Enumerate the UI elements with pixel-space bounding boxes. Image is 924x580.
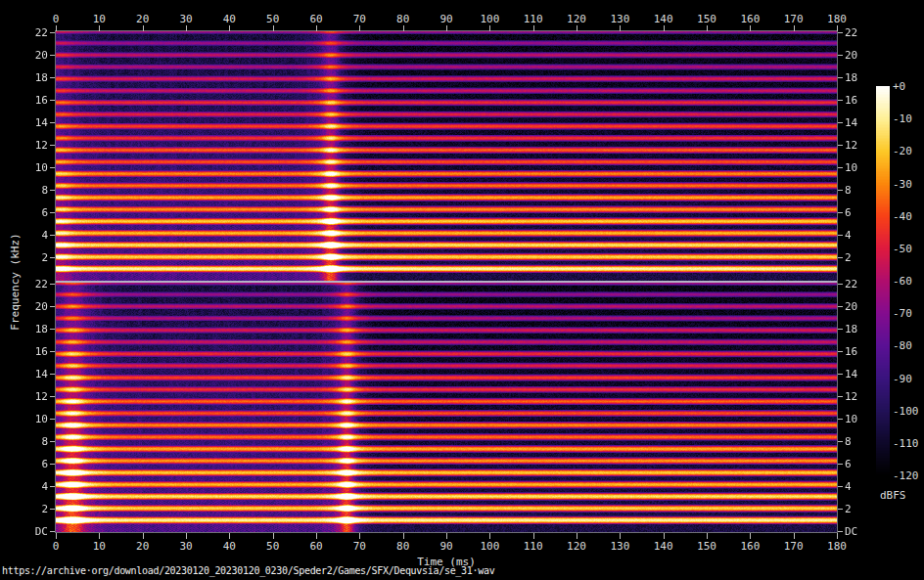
time-tick-mark <box>403 25 404 31</box>
colorbar-tick-label: -60 <box>893 276 912 287</box>
freq-tick-mark <box>50 419 55 420</box>
freq-tick-mark <box>50 464 55 465</box>
time-tick-mark <box>664 25 665 31</box>
time-tick-mark <box>56 533 57 539</box>
time-tick-label: 70 <box>353 14 366 24</box>
colorbar-tick-label: -110 <box>893 437 919 448</box>
freq-dc-label: DC <box>845 526 857 537</box>
time-tick-label: 170 <box>784 14 804 24</box>
freq-tick-label: 4 <box>41 229 48 240</box>
freq-tick-mark <box>50 55 55 56</box>
freq-tick-label: 12 <box>845 139 857 150</box>
time-tick-mark <box>403 533 404 539</box>
freq-tick-label: 12 <box>35 139 48 150</box>
freq-tick-label: 4 <box>845 480 852 491</box>
freq-tick-mark <box>838 486 843 487</box>
freq-tick-mark <box>50 441 55 442</box>
y-axis-label: Frequency (kHz) <box>9 233 22 330</box>
time-tick-mark <box>229 533 230 539</box>
time-tick-mark <box>316 25 317 31</box>
freq-tick-mark <box>50 351 55 352</box>
freq-tick-mark <box>838 351 843 352</box>
colorbar <box>876 86 890 475</box>
time-tick-mark <box>533 25 534 31</box>
time-tick-mark <box>577 533 578 539</box>
freq-tick-label: 22 <box>845 26 857 37</box>
freq-tick-label: 18 <box>845 323 857 334</box>
time-tick-label: 40 <box>223 14 236 24</box>
time-tick-label: 130 <box>610 14 629 24</box>
freq-tick-label: 22 <box>35 278 48 289</box>
time-tick-label: 170 <box>784 541 804 552</box>
freq-tick-mark <box>838 55 843 56</box>
time-tick-mark <box>186 533 187 539</box>
time-tick-label: 20 <box>136 541 149 552</box>
freq-tick-label: 10 <box>35 413 48 424</box>
time-tick-mark <box>750 25 751 31</box>
freq-tick-mark <box>50 32 55 33</box>
time-tick-label: 10 <box>93 14 106 24</box>
freq-tick-label: 20 <box>35 300 48 311</box>
freq-tick-mark <box>838 329 843 330</box>
freq-tick-label: 20 <box>845 49 857 60</box>
colorbar-tick-label: -10 <box>893 113 912 124</box>
time-tick-mark <box>186 25 187 31</box>
time-tick-label: 20 <box>136 14 149 24</box>
time-tick-mark <box>446 25 447 31</box>
channel-2-spectrogram-canvas <box>56 283 837 532</box>
time-tick-mark <box>99 533 100 539</box>
freq-tick-mark <box>50 257 55 258</box>
freq-tick-mark <box>838 374 843 375</box>
freq-tick-label: 22 <box>845 278 857 289</box>
time-tick-label: 50 <box>266 14 279 24</box>
freq-tick-label: 10 <box>845 161 857 172</box>
time-tick-mark <box>837 25 838 31</box>
freq-tick-label: 12 <box>35 390 48 401</box>
freq-tick-label: 22 <box>35 26 48 37</box>
freq-tick-label: 8 <box>41 435 48 446</box>
time-tick-mark <box>316 533 317 539</box>
time-tick-label: 100 <box>480 541 499 552</box>
freq-tick-label: 4 <box>41 480 48 491</box>
freq-tick-mark <box>838 419 843 420</box>
freq-tick-label: 12 <box>845 390 857 401</box>
time-tick-label: 110 <box>524 541 543 552</box>
time-tick-label: 30 <box>179 14 192 24</box>
freq-tick-label: 10 <box>35 161 48 172</box>
time-tick-label: 160 <box>740 14 760 24</box>
freq-tick-label: 14 <box>35 368 48 379</box>
freq-tick-mark <box>838 531 843 532</box>
time-tick-label: 140 <box>654 541 673 552</box>
freq-tick-mark <box>50 306 55 307</box>
freq-tick-label: 8 <box>41 184 48 195</box>
time-tick-mark <box>359 533 360 539</box>
freq-tick-label: 16 <box>35 345 48 356</box>
freq-tick-mark <box>50 212 55 213</box>
time-tick-mark <box>446 533 447 539</box>
freq-tick-mark <box>50 486 55 487</box>
time-tick-mark <box>664 533 665 539</box>
colorbar-tick-label: -100 <box>893 405 919 416</box>
freq-tick-mark <box>838 257 843 258</box>
freq-tick-mark <box>50 100 55 101</box>
time-tick-label: 70 <box>353 541 366 552</box>
time-tick-mark <box>750 533 751 539</box>
freq-tick-label: 6 <box>41 458 48 468</box>
freq-tick-label: 6 <box>41 206 48 217</box>
colorbar-tick-label: -20 <box>893 146 912 156</box>
time-tick-label: 130 <box>610 541 629 552</box>
time-tick-label: 180 <box>827 541 847 552</box>
time-tick-mark <box>620 25 621 31</box>
source-url-text: https://archive·org/download/20230120_20… <box>2 565 494 576</box>
freq-tick-label: 16 <box>35 94 48 105</box>
freq-tick-mark <box>50 284 55 285</box>
freq-tick-label: 20 <box>35 49 48 60</box>
freq-tick-label: 18 <box>35 323 48 334</box>
time-tick-mark <box>143 533 144 539</box>
spectrogram-figure: 0102030405060708090100110120130140150160… <box>0 0 924 580</box>
time-tick-mark <box>56 25 57 31</box>
freq-tick-mark <box>838 441 843 442</box>
time-tick-label: 60 <box>309 541 322 552</box>
freq-tick-mark <box>50 122 55 123</box>
time-tick-label: 180 <box>827 14 847 24</box>
